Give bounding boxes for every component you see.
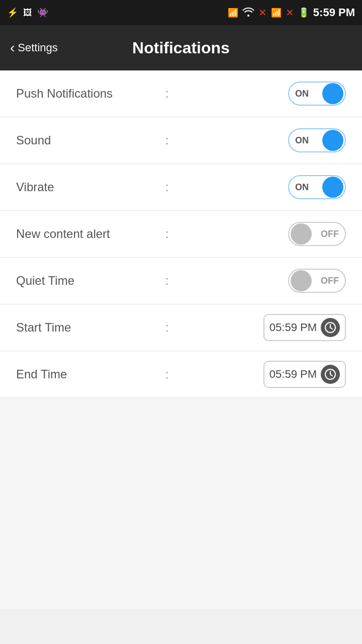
status-bar-right: 📶 ✕ 📶 ✕ 🔋 5:59 PM <box>228 6 355 19</box>
end-time-row: End Time : 05:59 PM <box>0 351 362 398</box>
vibrate-toggle[interactable]: ON <box>288 175 346 199</box>
new-content-alert-control: OFF <box>288 222 346 246</box>
status-time: 5:59 PM <box>313 6 355 19</box>
signal-icon: 📶 <box>271 8 282 18</box>
push-notifications-row: Push Notifications : ON <box>0 70 362 117</box>
end-time-value: 05:59 PM <box>269 368 317 381</box>
usb-icon: ⚡ <box>7 7 18 18</box>
battery-icon: 🔋 <box>298 7 309 18</box>
vibrate-row: Vibrate : ON <box>0 164 362 211</box>
push-notifications-toggle[interactable]: ON <box>288 82 346 106</box>
new-content-alert-row: New content alert : OFF <box>0 211 362 258</box>
push-notifications-colon: : <box>157 87 177 101</box>
photo-icon: 🖼 <box>23 8 32 18</box>
end-time-label: End Time <box>16 367 157 381</box>
status-bar: ⚡ 🖼 👾 📶 ✕ 📶 ✕ 🔋 5:59 PM <box>0 0 362 25</box>
quiet-time-colon: : <box>157 274 177 288</box>
start-time-colon: : <box>157 320 177 335</box>
push-notifications-label: Push Notifications <box>16 87 157 101</box>
quiet-time-row: Quiet Time : OFF <box>0 258 362 304</box>
quiet-time-toggle[interactable]: OFF <box>288 269 346 293</box>
new-content-alert-colon: : <box>157 227 177 241</box>
start-time-button[interactable]: 05:59 PM <box>263 314 346 341</box>
start-time-label: Start Time <box>16 320 157 335</box>
vibrate-colon: : <box>157 180 177 194</box>
vibrate-label: Vibrate <box>16 180 157 194</box>
sound-toggle[interactable]: ON <box>288 128 346 152</box>
quiet-time-control: OFF <box>288 269 346 293</box>
back-chevron-icon: ‹ <box>10 41 15 55</box>
sim-icon: 📶 <box>228 8 238 18</box>
alien-icon: 👾 <box>37 7 48 18</box>
start-time-control: 05:59 PM <box>263 314 346 341</box>
sound-toggle-thumb <box>322 130 343 151</box>
end-time-colon: : <box>157 367 177 381</box>
wifi-icon <box>242 7 254 19</box>
status-bar-left: ⚡ 🖼 👾 <box>7 7 48 18</box>
sound-row: Sound : ON <box>0 117 362 164</box>
end-time-button[interactable]: 05:59 PM <box>263 361 346 388</box>
start-time-value: 05:59 PM <box>269 321 317 334</box>
no-signal-icon: ✕ <box>258 7 267 19</box>
back-button[interactable]: ‹ Settings <box>10 41 75 55</box>
back-label: Settings <box>18 41 58 54</box>
quiet-time-label: Quiet Time <box>16 274 157 288</box>
new-content-alert-toggle[interactable]: OFF <box>288 222 346 246</box>
page-title: Notifications <box>75 39 287 57</box>
settings-content: Push Notifications : ON Sound : ON Vibra… <box>0 70 362 609</box>
toolbar: ‹ Settings Notifications <box>0 25 362 70</box>
push-notifications-control: ON <box>288 82 346 106</box>
start-time-row: Start Time : 05:59 PM <box>0 304 362 351</box>
sound-toggle-label: ON <box>295 135 309 146</box>
sound-colon: : <box>157 133 177 147</box>
vibrate-toggle-thumb <box>322 177 343 198</box>
end-time-clock-icon <box>321 365 340 384</box>
sound-control: ON <box>288 128 346 152</box>
vibrate-toggle-label: ON <box>295 182 309 193</box>
quiet-time-toggle-thumb <box>291 270 312 291</box>
push-notifications-toggle-label: ON <box>295 89 309 99</box>
vibrate-control: ON <box>288 175 346 199</box>
new-content-alert-toggle-thumb <box>291 223 312 245</box>
quiet-time-toggle-label: OFF <box>321 276 339 286</box>
new-content-alert-label: New content alert <box>16 227 157 241</box>
no-signal2-icon: ✕ <box>286 7 294 19</box>
sound-label: Sound <box>16 133 157 147</box>
svg-line-5 <box>330 374 332 376</box>
new-content-alert-toggle-label: OFF <box>321 229 339 239</box>
start-time-clock-icon <box>321 318 340 337</box>
push-notifications-toggle-thumb <box>322 83 343 104</box>
end-time-control: 05:59 PM <box>263 361 346 388</box>
bottom-spacer <box>0 398 362 609</box>
svg-line-2 <box>330 328 332 329</box>
